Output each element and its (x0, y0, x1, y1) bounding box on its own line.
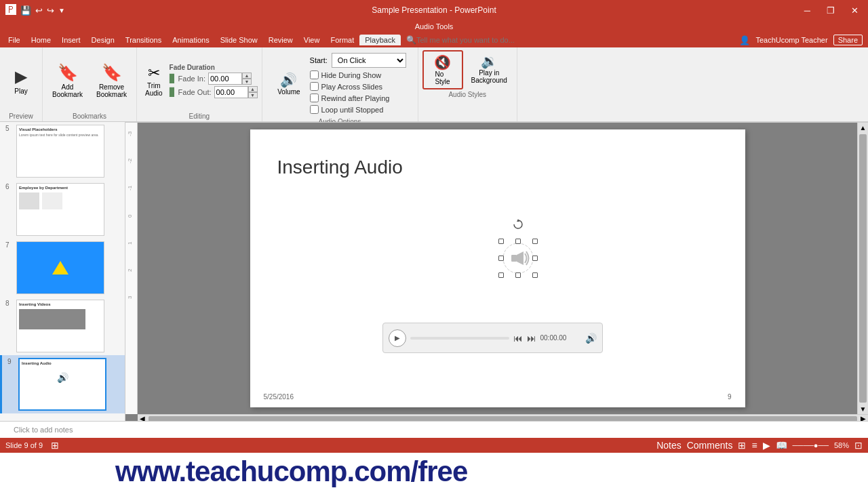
tab-transitions[interactable]: Transitions (120, 35, 167, 45)
tab-review[interactable]: Review (263, 35, 298, 45)
restore-btn[interactable]: ❐ (823, 5, 839, 16)
fade-in-up[interactable]: ▲ (242, 73, 252, 79)
handle-ml[interactable] (498, 256, 504, 261)
fade-out-up[interactable]: ▲ (248, 86, 258, 92)
scroll-left-btn[interactable]: ◀ (138, 415, 147, 421)
outline-view-btn[interactable]: ≡ (751, 440, 757, 451)
minimize-btn[interactable]: ─ (800, 5, 814, 16)
tab-animations[interactable]: Animations (167, 35, 214, 45)
handle-bm[interactable] (515, 272, 521, 278)
progress-bar[interactable] (410, 337, 509, 340)
hide-during-show-checkbox[interactable] (310, 70, 319, 79)
play-in-background-button[interactable]: 🔉 Play in Background (466, 50, 513, 89)
slide-thumb-9[interactable]: 9 Inserting Audio 🔊 (0, 355, 125, 413)
preview-group-label: Preview (9, 111, 33, 121)
slideshow-view-btn[interactable]: ▶ (763, 440, 770, 451)
website-url[interactable]: www.teachucomp.com/free (115, 455, 467, 488)
scroll-thumb[interactable] (859, 134, 867, 403)
handle-tm[interactable] (515, 239, 521, 244)
svg-text:5: 5 (517, 122, 521, 123)
tell-me-input[interactable] (416, 36, 552, 44)
slide-num-6: 6 (5, 183, 14, 190)
handle-tl[interactable] (498, 239, 504, 244)
remove-bookmark-icon: 🔖 (102, 63, 122, 82)
loop-until-stopped-row: Loop until Stopped (310, 105, 406, 114)
trim-icon: ✂ (148, 64, 160, 82)
vertical-scrollbar[interactable]: ▲ ▼ (857, 123, 868, 414)
redo-qa-icon[interactable]: ↪ (47, 5, 54, 16)
audio-controls-bar: ▶ ⏮ ⏭ 00:00.00 🔊 (382, 323, 603, 353)
horizontal-scrollbar[interactable]: ◀ ▶ (138, 414, 868, 421)
fit-to-window-btn[interactable]: ⊡ (854, 440, 863, 451)
loop-until-stopped-checkbox[interactable] (310, 105, 319, 114)
audio-object[interactable] (491, 231, 545, 285)
fade-in-input[interactable] (208, 73, 242, 85)
ribbon-group-audio-styles: 🔇 No Style 🔉 Play in Background Audio St… (418, 47, 517, 121)
scroll-down-btn[interactable]: ▼ (858, 404, 868, 414)
reading-view-btn[interactable]: 📖 (776, 440, 787, 451)
status-bar: Slide 9 of 9 ⊞ Notes Comments ⊞ ≡ ▶ 📖 ──… (0, 438, 868, 453)
slide-thumb-8[interactable]: 8 Inserting Videos (0, 297, 125, 355)
rewind-icon[interactable]: ⏮ (513, 333, 523, 344)
rewind-after-playing-checkbox[interactable] (310, 94, 319, 102)
tab-playback[interactable]: Playback (359, 35, 401, 45)
add-bookmark-button[interactable]: 🔖 Add Bookmark (47, 60, 88, 101)
fade-in-input-wrap: ▲ ▼ (208, 73, 252, 85)
slide-layout-icon[interactable]: ⊞ (51, 440, 59, 451)
svg-marker-23 (517, 251, 524, 265)
handle-br[interactable] (532, 272, 538, 278)
start-select[interactable]: On Click Automatically (332, 53, 406, 68)
tab-slideshow[interactable]: Slide Show (215, 35, 263, 45)
svg-text:1: 1 (127, 241, 133, 245)
close-btn[interactable]: ✕ (847, 5, 863, 16)
play-across-slides-checkbox[interactable] (310, 82, 319, 91)
fade-out-input[interactable] (214, 86, 248, 98)
h-ruler-svg: -6 -5 -4 -3 -2 -1 0 1 2 3 4 5 6 (138, 122, 868, 123)
svg-rect-22 (511, 255, 517, 262)
volume-button[interactable]: 🔊 Volume (273, 69, 304, 98)
undo-qa-icon[interactable]: ↩ (35, 5, 43, 16)
slide-thumb-5[interactable]: 5 Visual Placeholders Lorem ipsum text h… (0, 122, 125, 180)
rewind-after-playing-row: Rewind after Playing (310, 94, 406, 102)
zoom-slider[interactable]: ────●── (793, 441, 829, 449)
h-scroll-thumb[interactable] (149, 416, 857, 422)
no-style-button[interactable]: 🔇 No Style (422, 50, 463, 89)
play-preview-button[interactable]: ▶ Play (4, 64, 38, 98)
share-btn[interactable]: Share (833, 35, 863, 45)
normal-view-btn[interactable]: ⊞ (738, 440, 746, 451)
trim-audio-button[interactable]: ✂ Trim Audio (141, 62, 167, 100)
forward-icon[interactable]: ⏭ (527, 333, 536, 344)
fade-out-down[interactable]: ▼ (248, 92, 258, 98)
audio-play-button[interactable]: ▶ (389, 329, 406, 347)
fade-out-spinners: ▲ ▼ (248, 86, 258, 98)
handle-tr[interactable] (532, 239, 538, 244)
handle-mr[interactable] (532, 256, 538, 261)
play-bg-icon: 🔉 (481, 53, 498, 69)
notes-bar[interactable]: Click to add notes (0, 421, 868, 438)
powerpoint-icon: 🅿 (5, 4, 16, 16)
slide-preview-5: Visual Placeholders Lorem ipsum text her… (16, 125, 104, 178)
rotate-handle[interactable] (513, 219, 524, 232)
scroll-up-btn[interactable]: ▲ (858, 123, 868, 133)
handle-bl[interactable] (498, 272, 504, 278)
scroll-right-btn[interactable]: ▶ (859, 415, 868, 421)
slide-thumb-7[interactable]: 7 (0, 239, 125, 297)
tab-home[interactable]: Home (26, 35, 56, 45)
save-qa-icon[interactable]: 💾 (20, 5, 31, 16)
tab-insert[interactable]: Insert (56, 35, 86, 45)
slide-thumb-6[interactable]: 6 Employee by Department (0, 180, 125, 239)
tell-me-icon: 🔍 (406, 35, 416, 45)
tab-format[interactable]: Format (325, 35, 359, 45)
fade-duration-label: Fade Duration (170, 64, 258, 71)
comments-status-btn[interactable]: Comments (687, 440, 733, 451)
notes-status-btn[interactable]: Notes (656, 440, 682, 451)
ribbon-tabs-row: File Home Insert Design Transitions Anim… (0, 33, 868, 47)
customize-qa-icon[interactable]: ▼ (58, 7, 65, 14)
slide-8-content: Inserting Videos (17, 300, 104, 331)
tab-design[interactable]: Design (86, 35, 120, 45)
fade-in-down[interactable]: ▼ (242, 79, 252, 85)
volume-ctrl-icon[interactable]: 🔊 (585, 333, 597, 344)
tab-file[interactable]: File (3, 35, 26, 45)
tab-view[interactable]: View (298, 35, 326, 45)
remove-bookmark-button[interactable]: 🔖 Remove Bookmark (91, 60, 132, 101)
